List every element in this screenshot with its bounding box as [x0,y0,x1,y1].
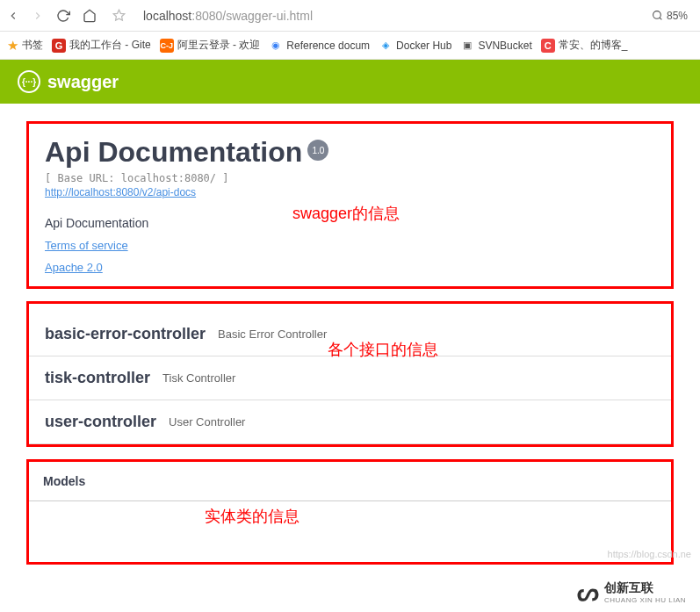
watermark: https://blog.csdn.ne [608,549,691,559]
controller-desc: Basic Error Controller [218,328,327,341]
bookmark-item[interactable]: G我的工作台 - Gite [52,38,151,53]
annotation-models: 实体类的信息 [205,506,299,527]
footer-logo: ᔕ 创新互联 CHUANG XIN HU LIAN [563,572,700,577]
zoom-indicator[interactable]: 85% [652,10,688,22]
controller-desc: Tisk Controller [162,371,235,385]
favorite-icon[interactable] [112,9,126,22]
csdn-icon: C [541,39,555,53]
back-icon[interactable] [7,10,19,22]
gitee-icon: G [52,39,66,53]
swagger-header: {···} swagger [0,60,700,104]
swagger-info-section: Api Documentation 1.0 [ Base URL: localh… [26,121,674,289]
terms-link[interactable]: Terms of service [45,239,655,252]
annotation-controllers: 各个接口的信息 [328,339,438,360]
base-url: [ Base URL: localhost:8080/ ] [45,172,655,184]
bookmarks-bar: ★书签 G我的工作台 - Gite C-J阿里云登录 - 欢迎 ◉Referen… [0,32,700,60]
page-content: Api Documentation 1.0 [ Base URL: localh… [0,104,700,565]
svn-icon: ▣ [460,39,474,53]
bookmark-item[interactable]: ▣SVNBucket [460,39,531,53]
controller-row[interactable]: user-controller User Controller [29,400,671,444]
svg-line-2 [660,18,661,19]
url-host: localhost [143,9,191,23]
swagger-brand-text: swagger [47,72,119,92]
url-path: :8080/swagger-ui.html [191,9,313,23]
api-docs-link[interactable]: http://localhost:8080/v2/api-docs [45,186,196,198]
license-link[interactable]: Apache 2.0 [45,261,655,274]
zoom-icon [652,10,663,21]
bookmark-item[interactable]: C常安、的博客_ [541,38,628,53]
version-badge: 1.0 [307,140,328,161]
globe-icon: ◉ [269,39,283,53]
models-section: Models 实体类的信息 [26,459,674,565]
reload-icon[interactable] [56,9,70,23]
bookmark-item[interactable]: ◈Docker Hub [379,39,451,53]
svg-point-1 [653,11,661,19]
aliyun-icon: C-J [160,39,174,53]
models-header[interactable]: Models [29,462,671,501]
swagger-logo-icon: {···} [18,70,40,93]
zoom-value: 85% [667,10,688,22]
controller-desc: User Controller [169,415,245,428]
bookmark-item[interactable]: C-J阿里云登录 - 欢迎 [160,38,261,53]
star-icon: ★ [7,38,18,54]
annotation-info: swagger的信息 [292,203,400,224]
docker-icon: ◈ [379,39,393,53]
browser-nav-bar: localhost:8080/swagger-ui.html 85% [0,0,700,32]
controller-name: tisk-controller [45,369,150,387]
controllers-section: basic-error-controller Basic Error Contr… [26,301,674,447]
api-title: Api Documentation [45,136,302,169]
bookmark-item[interactable]: ◉Reference docum [269,39,370,53]
controller-name: user-controller [45,413,156,431]
url-bar[interactable]: localhost:8080/swagger-ui.html [138,9,639,23]
swagger-logo[interactable]: {···} swagger [18,70,119,93]
controller-name: basic-error-controller [45,325,206,343]
home-icon[interactable] [83,9,97,23]
controller-row[interactable]: tisk-controller Tisk Controller [29,356,671,400]
bookmark-item[interactable]: ★书签 [7,38,43,54]
svg-marker-0 [113,10,125,20]
forward-icon[interactable] [32,10,44,22]
